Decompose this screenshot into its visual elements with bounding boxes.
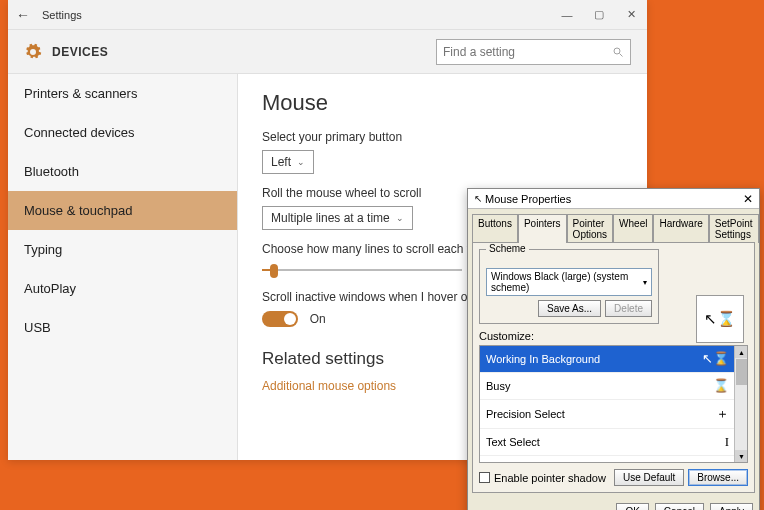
cursor-working-icon: ↖⌛ (702, 351, 729, 367)
titlebar: ← Settings — ▢ ✕ (8, 0, 647, 30)
ok-button[interactable]: OK (616, 503, 648, 510)
cursor-precision-icon: ＋ (716, 405, 729, 423)
sidebar: Printers & scanners Connected devices Bl… (8, 74, 238, 460)
content-title: Mouse (262, 90, 623, 116)
maximize-button[interactable]: ▢ (583, 0, 615, 30)
wheel-value: Multiple lines at a time (271, 211, 390, 225)
svg-line-1 (620, 53, 623, 56)
apply-button[interactable]: Apply (710, 503, 753, 510)
cursor-label: Busy (486, 380, 510, 392)
page-header: DEVICES (8, 30, 647, 74)
tab-panel: ↖⌛ Scheme Windows Black (large) (system … (472, 242, 755, 493)
chevron-down-icon: ▾ (643, 278, 647, 287)
save-as-button[interactable]: Save As... (538, 300, 601, 317)
cursor-label: Precision Select (486, 408, 565, 420)
toggle-value: On (310, 312, 326, 326)
sidebar-item-connected[interactable]: Connected devices (8, 113, 237, 152)
tab-pointers[interactable]: Pointers (518, 214, 567, 243)
gear-icon (24, 43, 42, 61)
cursor-handwriting-icon: ✎ (718, 461, 729, 463)
cursor-label: Working In Background (486, 353, 600, 365)
chevron-down-icon: ⌄ (396, 213, 404, 223)
dialog-tabs: Buttons Pointers Pointer Options Wheel H… (468, 209, 759, 242)
mouse-properties-dialog: ↖ Mouse Properties ✕ Buttons Pointers Po… (467, 188, 760, 510)
window-controls: — ▢ ✕ (551, 0, 647, 30)
scrollbar[interactable]: ▲ ▼ (734, 346, 747, 462)
cursor-preview: ↖⌛ (696, 295, 744, 343)
cursor-text-icon: I (725, 434, 729, 450)
dialog-title: Mouse Properties (485, 193, 571, 205)
shadow-checkbox[interactable] (479, 472, 490, 483)
list-item[interactable]: Working In Background ↖⌛ (480, 346, 747, 373)
sidebar-item-typing[interactable]: Typing (8, 230, 237, 269)
search-icon (612, 46, 624, 58)
primary-button-label: Select your primary button (262, 130, 623, 144)
scheme-value: Windows Black (large) (system scheme) (491, 271, 643, 293)
scroll-down-button[interactable]: ▼ (735, 450, 748, 462)
cursor-icon: ↖ (474, 193, 482, 204)
scroll-thumb[interactable] (736, 359, 747, 385)
chevron-down-icon: ⌄ (297, 157, 305, 167)
svg-point-0 (614, 48, 620, 54)
tab-hardware[interactable]: Hardware (653, 214, 708, 243)
shadow-row: Enable pointer shadow Use Default Browse… (479, 469, 748, 486)
cursor-list[interactable]: Working In Background ↖⌛ Busy ⌛ Precisio… (479, 345, 748, 463)
page-title: DEVICES (52, 45, 108, 59)
wheel-select[interactable]: Multiple lines at a time ⌄ (262, 206, 413, 230)
tab-buttons[interactable]: Buttons (472, 214, 518, 243)
search-box[interactable] (436, 39, 631, 65)
minimize-button[interactable]: — (551, 0, 583, 30)
sidebar-item-usb[interactable]: USB (8, 308, 237, 347)
dialog-titlebar: ↖ Mouse Properties ✕ (468, 189, 759, 209)
sidebar-item-bluetooth[interactable]: Bluetooth (8, 152, 237, 191)
list-item[interactable]: Handwriting ✎ (480, 456, 747, 463)
scheme-group: Scheme Windows Black (large) (system sch… (479, 249, 659, 324)
dialog-buttons: OK Cancel Apply (468, 497, 759, 510)
scheme-label: Scheme (486, 243, 529, 254)
scheme-combo[interactable]: Windows Black (large) (system scheme) ▾ (486, 268, 652, 296)
sidebar-item-mouse[interactable]: Mouse & touchpad (8, 191, 237, 230)
back-button[interactable]: ← (8, 7, 38, 23)
scroll-up-button[interactable]: ▲ (735, 346, 748, 358)
browse-button[interactable]: Browse... (688, 469, 748, 486)
close-button[interactable]: ✕ (615, 0, 647, 30)
list-item[interactable]: Busy ⌛ (480, 373, 747, 400)
cancel-button[interactable]: Cancel (655, 503, 704, 510)
list-item[interactable]: Text Select I (480, 429, 747, 456)
sidebar-item-autoplay[interactable]: AutoPlay (8, 269, 237, 308)
sidebar-item-printers[interactable]: Printers & scanners (8, 74, 237, 113)
list-item[interactable]: Precision Select ＋ (480, 400, 747, 429)
cursor-label: Text Select (486, 436, 540, 448)
cursor-busy-icon: ⌛ (713, 378, 729, 394)
shadow-label: Enable pointer shadow (494, 472, 606, 484)
use-default-button[interactable]: Use Default (614, 469, 684, 486)
lines-slider[interactable] (262, 262, 462, 278)
window-title: Settings (38, 9, 82, 21)
tab-setpoint[interactable]: SetPoint Settings (709, 214, 759, 243)
search-input[interactable] (443, 45, 612, 59)
primary-button-value: Left (271, 155, 291, 169)
dialog-close-button[interactable]: ✕ (743, 192, 753, 206)
delete-button[interactable]: Delete (605, 300, 652, 317)
tab-pointer-options[interactable]: Pointer Options (567, 214, 613, 243)
tab-wheel[interactable]: Wheel (613, 214, 653, 243)
primary-button-select[interactable]: Left ⌄ (262, 150, 314, 174)
inactive-toggle[interactable] (262, 311, 298, 327)
